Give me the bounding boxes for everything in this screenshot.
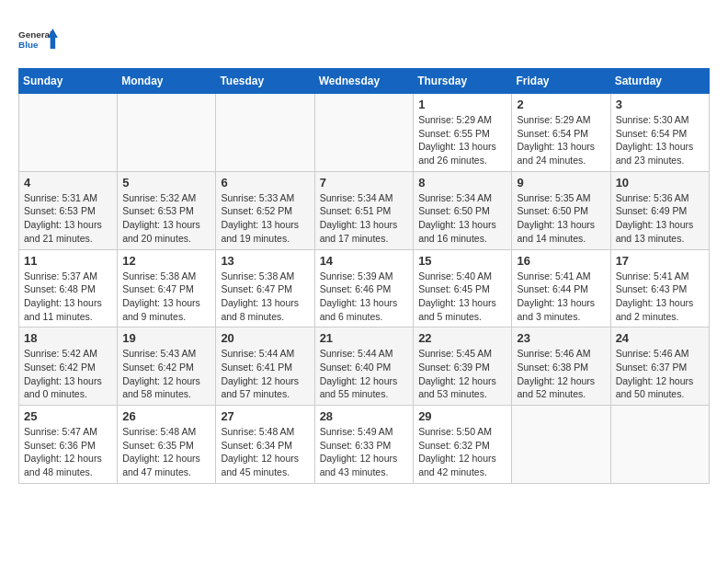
- svg-text:General: General: [18, 29, 52, 40]
- calendar-cell: 10Sunrise: 5:36 AM Sunset: 6:49 PM Dayli…: [610, 171, 709, 249]
- day-info: Sunrise: 5:38 AM Sunset: 6:47 PM Dayligh…: [122, 270, 210, 324]
- day-header-thursday: Thursday: [414, 69, 512, 94]
- calendar-cell: 27Sunrise: 5:48 AM Sunset: 6:34 PM Dayli…: [216, 406, 314, 484]
- day-header-friday: Friday: [512, 69, 610, 94]
- calendar-cell: 4Sunrise: 5:31 AM Sunset: 6:53 PM Daylig…: [19, 171, 118, 249]
- day-number: 3: [616, 98, 704, 111]
- day-number: 12: [122, 254, 210, 268]
- day-number: 18: [24, 331, 112, 345]
- day-number: 22: [418, 331, 506, 345]
- day-header-saturday: Saturday: [610, 69, 709, 94]
- day-info: Sunrise: 5:42 AM Sunset: 6:42 PM Dayligh…: [24, 347, 112, 401]
- calendar-cell: 26Sunrise: 5:48 AM Sunset: 6:35 PM Dayli…: [118, 406, 216, 484]
- calendar-cell: [118, 94, 216, 172]
- calendar-cell: 23Sunrise: 5:46 AM Sunset: 6:38 PM Dayli…: [512, 327, 610, 406]
- calendar-cell: 24Sunrise: 5:46 AM Sunset: 6:37 PM Dayli…: [610, 327, 709, 406]
- calendar-cell: 22Sunrise: 5:45 AM Sunset: 6:39 PM Dayli…: [414, 327, 512, 406]
- day-number: 23: [517, 331, 605, 345]
- day-number: 7: [320, 176, 409, 190]
- day-info: Sunrise: 5:46 AM Sunset: 6:38 PM Dayligh…: [517, 347, 605, 401]
- day-info: Sunrise: 5:34 AM Sunset: 6:51 PM Dayligh…: [320, 191, 409, 246]
- calendar-cell: 13Sunrise: 5:38 AM Sunset: 6:47 PM Dayli…: [216, 249, 314, 327]
- day-number: 28: [320, 409, 409, 423]
- day-info: Sunrise: 5:31 AM Sunset: 6:53 PM Dayligh…: [24, 191, 112, 246]
- day-info: Sunrise: 5:30 AM Sunset: 6:54 PM Dayligh…: [616, 113, 704, 167]
- calendar-cell: 16Sunrise: 5:41 AM Sunset: 6:44 PM Dayli…: [512, 249, 610, 327]
- day-number: 24: [616, 331, 704, 345]
- day-number: 19: [122, 331, 210, 345]
- day-info: Sunrise: 5:34 AM Sunset: 6:50 PM Dayligh…: [418, 191, 506, 246]
- day-number: 26: [122, 409, 210, 423]
- calendar-cell: 9Sunrise: 5:35 AM Sunset: 6:50 PM Daylig…: [512, 171, 610, 249]
- day-number: 21: [320, 331, 409, 345]
- day-number: 17: [616, 254, 704, 268]
- day-header-monday: Monday: [118, 69, 216, 94]
- calendar-cell: 6Sunrise: 5:33 AM Sunset: 6:52 PM Daylig…: [216, 171, 314, 249]
- day-header-sunday: Sunday: [19, 69, 118, 94]
- logo-svg: General Blue: [18, 18, 59, 59]
- day-number: 8: [418, 176, 506, 190]
- calendar-week-5: 25Sunrise: 5:47 AM Sunset: 6:36 PM Dayli…: [19, 406, 710, 484]
- day-number: 11: [24, 254, 112, 268]
- day-info: Sunrise: 5:41 AM Sunset: 6:44 PM Dayligh…: [517, 270, 605, 324]
- calendar-cell: 17Sunrise: 5:41 AM Sunset: 6:43 PM Dayli…: [610, 249, 709, 327]
- day-info: Sunrise: 5:43 AM Sunset: 6:42 PM Dayligh…: [122, 347, 210, 401]
- calendar-cell: 20Sunrise: 5:44 AM Sunset: 6:41 PM Dayli…: [216, 327, 314, 406]
- day-number: 6: [221, 176, 309, 190]
- day-info: Sunrise: 5:39 AM Sunset: 6:46 PM Dayligh…: [320, 270, 409, 324]
- calendar-cell: 25Sunrise: 5:47 AM Sunset: 6:36 PM Dayli…: [19, 406, 118, 484]
- day-info: Sunrise: 5:46 AM Sunset: 6:37 PM Dayligh…: [616, 347, 704, 401]
- calendar-cell: [216, 94, 314, 172]
- calendar-cell: 3Sunrise: 5:30 AM Sunset: 6:54 PM Daylig…: [610, 94, 709, 172]
- calendar-cell: 28Sunrise: 5:49 AM Sunset: 6:33 PM Dayli…: [314, 406, 414, 484]
- header-row: SundayMondayTuesdayWednesdayThursdayFrid…: [19, 69, 710, 94]
- day-info: Sunrise: 5:41 AM Sunset: 6:43 PM Dayligh…: [616, 270, 704, 324]
- calendar-cell: [314, 94, 414, 172]
- day-info: Sunrise: 5:49 AM Sunset: 6:33 PM Dayligh…: [320, 425, 409, 479]
- day-info: Sunrise: 5:48 AM Sunset: 6:34 PM Dayligh…: [221, 425, 309, 479]
- day-number: 16: [517, 254, 605, 268]
- day-number: 29: [418, 409, 506, 423]
- calendar-cell: 14Sunrise: 5:39 AM Sunset: 6:46 PM Dayli…: [314, 249, 414, 327]
- calendar-cell: [19, 94, 118, 172]
- calendar-cell: 21Sunrise: 5:44 AM Sunset: 6:40 PM Dayli…: [314, 327, 414, 406]
- logo: General Blue: [18, 18, 59, 59]
- calendar-cell: 18Sunrise: 5:42 AM Sunset: 6:42 PM Dayli…: [19, 327, 118, 406]
- day-number: 14: [320, 254, 409, 268]
- calendar-cell: 19Sunrise: 5:43 AM Sunset: 6:42 PM Dayli…: [118, 327, 216, 406]
- day-info: Sunrise: 5:33 AM Sunset: 6:52 PM Dayligh…: [221, 191, 309, 246]
- day-info: Sunrise: 5:29 AM Sunset: 6:55 PM Dayligh…: [418, 113, 506, 167]
- calendar-cell: 8Sunrise: 5:34 AM Sunset: 6:50 PM Daylig…: [414, 171, 512, 249]
- page-header: General Blue: [18, 18, 710, 59]
- day-number: 20: [221, 331, 309, 345]
- day-number: 27: [221, 409, 309, 423]
- day-info: Sunrise: 5:36 AM Sunset: 6:49 PM Dayligh…: [616, 191, 704, 246]
- day-info: Sunrise: 5:29 AM Sunset: 6:54 PM Dayligh…: [517, 113, 605, 167]
- calendar-week-3: 11Sunrise: 5:37 AM Sunset: 6:48 PM Dayli…: [19, 249, 710, 327]
- calendar-cell: 11Sunrise: 5:37 AM Sunset: 6:48 PM Dayli…: [19, 249, 118, 327]
- day-number: 9: [517, 176, 605, 190]
- svg-text:Blue: Blue: [18, 40, 39, 50]
- calendar-cell: [512, 406, 610, 484]
- day-number: 25: [24, 409, 112, 423]
- calendar-cell: 29Sunrise: 5:50 AM Sunset: 6:32 PM Dayli…: [414, 406, 512, 484]
- calendar-cell: 7Sunrise: 5:34 AM Sunset: 6:51 PM Daylig…: [314, 171, 414, 249]
- day-number: 1: [418, 98, 506, 111]
- day-number: 15: [418, 254, 506, 268]
- calendar-cell: 15Sunrise: 5:40 AM Sunset: 6:45 PM Dayli…: [414, 249, 512, 327]
- day-number: 4: [24, 176, 112, 190]
- calendar-week-2: 4Sunrise: 5:31 AM Sunset: 6:53 PM Daylig…: [19, 171, 710, 249]
- day-number: 10: [616, 176, 704, 190]
- day-info: Sunrise: 5:50 AM Sunset: 6:32 PM Dayligh…: [418, 425, 506, 479]
- day-number: 5: [122, 176, 210, 190]
- day-info: Sunrise: 5:44 AM Sunset: 6:41 PM Dayligh…: [221, 347, 309, 401]
- day-info: Sunrise: 5:47 AM Sunset: 6:36 PM Dayligh…: [24, 425, 112, 479]
- day-info: Sunrise: 5:40 AM Sunset: 6:45 PM Dayligh…: [418, 270, 506, 324]
- day-info: Sunrise: 5:48 AM Sunset: 6:35 PM Dayligh…: [122, 425, 210, 479]
- day-info: Sunrise: 5:32 AM Sunset: 6:53 PM Dayligh…: [122, 191, 210, 246]
- day-info: Sunrise: 5:38 AM Sunset: 6:47 PM Dayligh…: [221, 270, 309, 324]
- day-info: Sunrise: 5:35 AM Sunset: 6:50 PM Dayligh…: [517, 191, 605, 246]
- calendar-cell: [610, 406, 709, 484]
- day-number: 2: [517, 98, 605, 111]
- day-info: Sunrise: 5:45 AM Sunset: 6:39 PM Dayligh…: [418, 347, 506, 401]
